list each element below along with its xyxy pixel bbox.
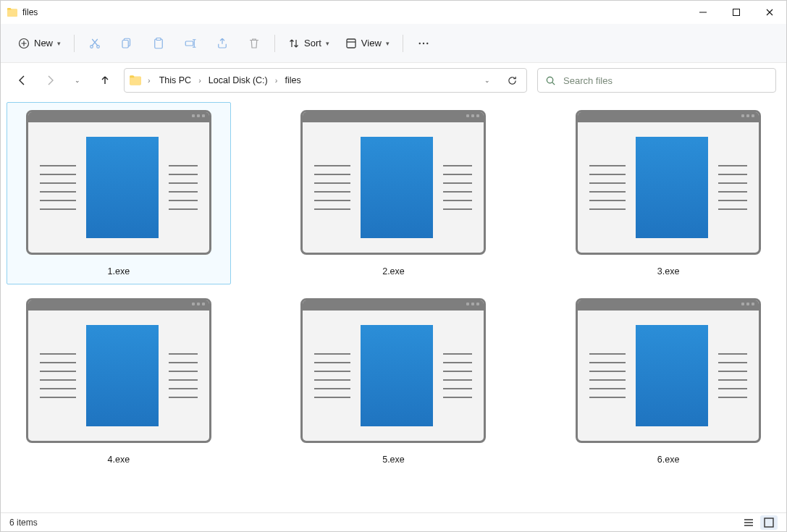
svg-point-14 — [547, 77, 552, 83]
breadcrumb-item[interactable]: This PC — [156, 72, 194, 88]
file-item[interactable]: 5.exe — [282, 290, 506, 473]
rename-button[interactable] — [176, 30, 205, 56]
breadcrumb-item[interactable]: files — [282, 72, 303, 88]
view-icon — [345, 38, 357, 49]
folder-icon — [129, 74, 142, 87]
thumbnails-view-button[interactable] — [760, 515, 778, 530]
svg-point-3 — [91, 45, 93, 48]
svg-rect-15 — [765, 518, 773, 527]
details-view-button[interactable] — [740, 515, 757, 530]
new-label: New — [34, 38, 53, 48]
grid-icon — [764, 518, 774, 528]
chevron-down-icon: ▾ — [57, 40, 61, 47]
sort-button[interactable]: Sort ▾ — [281, 33, 337, 54]
new-button[interactable]: New ▾ — [11, 33, 68, 54]
trash-icon — [248, 37, 261, 50]
file-thumbnail — [26, 110, 211, 255]
search-icon — [545, 75, 556, 86]
maximize-button[interactable] — [720, 1, 753, 24]
file-thumbnail — [26, 298, 211, 443]
chevron-down-icon: ⌄ — [484, 77, 490, 84]
arrow-right-icon — [44, 75, 56, 86]
up-button[interactable] — [93, 69, 117, 92]
file-thumbnail — [300, 298, 486, 443]
recent-button[interactable]: ⌄ — [66, 69, 89, 92]
svg-point-12 — [423, 42, 424, 43]
chevron-right-icon: › — [197, 76, 203, 85]
forward-button[interactable] — [38, 69, 62, 92]
window-title: files — [22, 7, 38, 17]
plus-circle-icon — [18, 38, 30, 49]
file-item[interactable]: 1.exe — [7, 102, 231, 284]
file-thumbnail — [300, 110, 486, 255]
search-input[interactable] — [562, 75, 768, 87]
svg-point-4 — [97, 45, 100, 48]
chevron-down-icon: ⌄ — [75, 77, 80, 84]
back-button[interactable] — [11, 69, 34, 92]
paste-button[interactable] — [144, 30, 173, 56]
close-button[interactable] — [753, 1, 786, 24]
file-grid: 1.exe 2.exe 3.exe 4.exe 5.ex — [7, 102, 780, 473]
arrow-left-icon — [17, 75, 28, 86]
cut-button[interactable] — [80, 30, 109, 56]
share-icon — [216, 37, 229, 50]
svg-rect-9 — [185, 41, 193, 46]
cut-icon — [88, 37, 101, 50]
breadcrumb: This PC › Local Disk (C:) › files — [156, 72, 473, 88]
list-icon — [744, 518, 754, 528]
chevron-down-icon: ▾ — [386, 40, 390, 47]
copy-button[interactable] — [112, 30, 141, 56]
minimize-button[interactable] — [686, 1, 720, 24]
refresh-button[interactable] — [502, 70, 522, 90]
folder-icon — [7, 7, 18, 18]
svg-rect-6 — [122, 40, 128, 48]
refresh-icon — [507, 75, 518, 86]
svg-point-11 — [418, 42, 420, 43]
address-bar[interactable]: › This PC › Local Disk (C:) › files ⌄ — [124, 68, 527, 93]
file-thumbnail — [576, 110, 761, 255]
arrow-up-icon — [99, 75, 111, 86]
paste-icon — [152, 37, 165, 50]
file-item[interactable]: 6.exe — [556, 290, 780, 473]
view-toggle — [740, 515, 778, 530]
copy-icon — [120, 37, 133, 50]
sort-label: Sort — [304, 38, 321, 48]
rename-icon — [184, 37, 197, 50]
search-box[interactable] — [537, 68, 776, 93]
address-dropdown-button[interactable]: ⌄ — [477, 70, 497, 90]
share-button[interactable] — [208, 30, 237, 56]
chevron-right-icon: › — [146, 76, 152, 85]
more-icon — [417, 37, 430, 50]
status-count: 6 items — [9, 518, 38, 528]
svg-rect-8 — [156, 38, 161, 40]
file-name: 6.exe — [657, 455, 680, 470]
breadcrumb-item[interactable]: Local Disk (C:) — [206, 72, 271, 88]
file-item[interactable]: 2.exe — [282, 102, 506, 284]
file-name: 4.exe — [108, 455, 130, 470]
svg-rect-10 — [347, 39, 355, 48]
sort-icon — [288, 38, 300, 49]
explorer-window: files New ▾ — [0, 0, 787, 532]
status-bar: 6 items — [1, 512, 786, 531]
file-name: 2.exe — [382, 266, 405, 282]
nav-row: ⌄ › This PC › Local Disk (C:) › files ⌄ — [1, 63, 786, 98]
chevron-right-icon: › — [274, 76, 279, 85]
delete-button[interactable] — [240, 30, 269, 56]
file-item[interactable]: 3.exe — [556, 102, 780, 284]
toolbar: New ▾ Sort — [1, 24, 786, 63]
file-item[interactable]: 4.exe — [7, 290, 231, 473]
window-controls — [686, 1, 786, 24]
file-name: 3.exe — [657, 266, 680, 282]
chevron-down-icon: ▾ — [326, 40, 329, 47]
titlebar: files — [1, 1, 786, 24]
file-name: 5.exe — [382, 455, 405, 470]
file-thumbnail — [576, 298, 761, 443]
svg-rect-0 — [699, 12, 707, 13]
svg-rect-1 — [733, 9, 740, 16]
view-button[interactable]: View ▾ — [338, 33, 397, 54]
file-name: 1.exe — [108, 266, 130, 282]
more-button[interactable] — [409, 30, 438, 56]
content-area[interactable]: 1.exe 2.exe 3.exe 4.exe 5.ex — [1, 98, 786, 512]
view-label: View — [361, 38, 382, 48]
svg-point-13 — [426, 42, 428, 43]
